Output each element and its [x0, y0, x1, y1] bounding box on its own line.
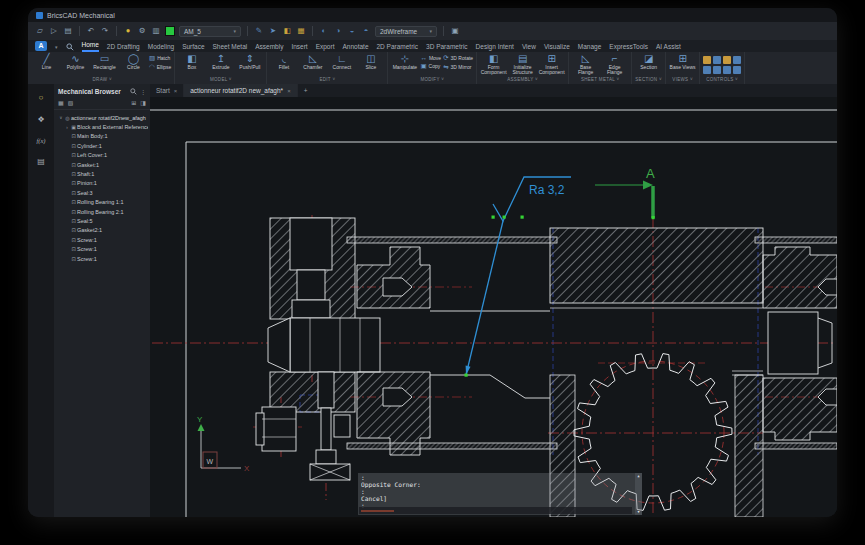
line-button[interactable]: ╱Line [33, 53, 60, 70]
base-views-button[interactable]: ⊞Base Views [669, 53, 696, 70]
tab-surface[interactable]: Surface [182, 43, 204, 52]
tab-home[interactable]: Home [82, 41, 99, 52]
extrude-button[interactable]: ↥Extrude [207, 53, 234, 70]
tree-item-rolling-bearing-1-1[interactable]: ⊡Rolling Bearing 1:1 [56, 198, 148, 207]
color-swatch[interactable] [165, 26, 175, 36]
new-file-icon[interactable]: ▱ [35, 26, 45, 36]
tab-2d-drafting[interactable]: 2D Drafting [107, 43, 140, 52]
control-tile-3[interactable] [723, 56, 731, 64]
expand-all-icon[interactable]: ⊞ [131, 99, 136, 106]
application-button-caret[interactable]: ▾ [55, 44, 58, 50]
tree-item-left-cover-1[interactable]: ⊡Left Cover:1 [56, 151, 148, 160]
layers-icon[interactable]: ▥ [151, 26, 161, 36]
section-marker[interactable]: A [595, 166, 655, 219]
detail-view-icon[interactable]: ◨ [140, 99, 146, 106]
slice-button[interactable]: ◫Slice [357, 53, 384, 70]
tab-assembly[interactable]: Assembly [255, 43, 283, 52]
form-component-button[interactable]: ◧Form Component [480, 53, 507, 76]
scroll-down-icon[interactable]: ▼ [637, 509, 639, 515]
tree-item-shaft-1[interactable]: ⊡Shaft:1 [56, 169, 148, 178]
drawing-canvas[interactable]: Ra 3,2 A [150, 97, 837, 517]
control-tile-6[interactable] [713, 66, 721, 74]
tree-item-screw-1[interactable]: ⊡Screw:1 [56, 254, 148, 263]
command-line-panel[interactable]: :Opposite Corner::Cancel]: ▲ ▼ [358, 473, 642, 515]
tab-view[interactable]: View [522, 43, 536, 52]
tab-3d-parametric[interactable]: 3D Parametric [426, 43, 468, 52]
panel-search-icon[interactable] [130, 88, 137, 95]
render-mode-1-icon[interactable]: ◐ [319, 26, 329, 36]
tab-export[interactable]: Export [316, 43, 335, 52]
structure-panel-icon[interactable]: ▤ [37, 157, 45, 166]
polyline-button[interactable]: ∿Polyline [62, 53, 89, 70]
annotate-pencil-icon[interactable]: ✎ [254, 26, 264, 36]
print-icon[interactable]: ▤ [63, 26, 73, 36]
tab-visualize[interactable]: Visualize [544, 43, 570, 52]
tree-item-screw-1[interactable]: ⊡Screw:1 [56, 244, 148, 253]
open-file-icon[interactable]: ▷ [49, 26, 59, 36]
initialize-structure-button[interactable]: ▤Initialize Structure [509, 53, 536, 76]
visual-style-select[interactable]: 2dWireframe▾ [375, 26, 437, 37]
drawing-viewport[interactable]: Start×actionneur rotatif2D new_afagh*×+ [150, 84, 837, 517]
move-button[interactable]: ↔Move [420, 54, 441, 61]
manipulate-button[interactable]: ⊹Manipulate [391, 53, 418, 70]
tips-bulb-icon[interactable]: ● [123, 26, 133, 36]
tree-item-seal-5[interactable]: ⊡Seal:5 [56, 216, 148, 225]
tab-expresstools[interactable]: ExpressTools [609, 43, 648, 52]
undo-icon[interactable]: ↶ [86, 26, 96, 36]
tree-item-seal-3[interactable]: ⊡Seal:3 [56, 188, 148, 197]
scroll-up-icon[interactable]: ▲ [637, 473, 639, 479]
tree-item-gasket-1[interactable]: ⊡Gasket:1 [56, 160, 148, 169]
control-tile-7[interactable] [723, 66, 731, 74]
doc-tab-start[interactable]: Start× [150, 84, 184, 97]
tab-modeling[interactable]: Modeling [148, 43, 174, 52]
control-tile-4[interactable] [733, 56, 741, 64]
rectangle-button[interactable]: ▭Rectangle [91, 53, 118, 70]
copy-button[interactable]: ▣Copy [420, 62, 441, 70]
close-icon[interactable]: × [174, 88, 178, 94]
sync-icon[interactable]: ▧ [68, 99, 74, 106]
application-button[interactable]: A [35, 41, 47, 51]
cursor-icon[interactable]: ➤ [268, 26, 278, 36]
tree-item-cylinder-1[interactable]: ⊡Cylinder:1 [56, 141, 148, 150]
ellipse-button[interactable]: ◠Ellipse [149, 63, 171, 71]
connect-button[interactable]: ∟Connect [328, 53, 355, 70]
tree-item-main-body-1[interactable]: ⊡Main Body:1 [56, 132, 148, 141]
command-scrollbar[interactable]: ▲ ▼ [635, 473, 642, 515]
tree-item-screw-1[interactable]: ⊡Screw:1 [56, 235, 148, 244]
settings-gear-icon[interactable]: ⚙ [137, 26, 147, 36]
tree-item-actionneur-rotatif2dnew-afagh[interactable]: ∨◎actionneur rotatif2Dnew_afagh [56, 113, 148, 122]
insert-component-button[interactable]: ⊞Insert Component [538, 53, 565, 76]
search-icon[interactable] [66, 43, 74, 51]
tab-2d-parametric[interactable]: 2D Parametric [377, 43, 419, 52]
filter-icon[interactable]: ▦ [58, 99, 64, 106]
tips-bulb-icon[interactable]: ○ [39, 93, 44, 102]
doc-tab-actionneur-rotatif2d-new-afagh[interactable]: actionneur rotatif2D new_afagh*× [184, 84, 297, 97]
push-pull-button[interactable]: ⇕Push/Pull [236, 53, 263, 70]
circle-button[interactable]: ◯Circle [120, 53, 147, 70]
redo-icon[interactable]: ↷ [100, 26, 110, 36]
box-button[interactable]: ◧Box [178, 53, 205, 70]
help-icon[interactable]: ▣ [450, 26, 460, 36]
tree-item-pinion-1[interactable]: ⊡Pinion:1 [56, 179, 148, 188]
tab-sheet-metal[interactable]: Sheet Metal [213, 43, 248, 52]
render-mode-2-icon[interactable]: ◑ [333, 26, 343, 36]
tree-item-block-and-external-references[interactable]: ›▣Block and External References [56, 122, 148, 131]
control-tile-8[interactable] [733, 66, 741, 74]
close-icon[interactable]: × [287, 88, 291, 94]
render-mode-4-icon[interactable]: ◓ [361, 26, 371, 36]
3d-rotate-button[interactable]: ⟳3D Rotate [443, 54, 473, 62]
grid-icon[interactable]: ▦ [296, 26, 306, 36]
3d-mirror-button[interactable]: ⇋3D Mirror [443, 63, 473, 71]
section-button[interactable]: ◪Section [635, 53, 662, 70]
control-tile-1[interactable] [703, 56, 711, 64]
control-tile-5[interactable] [703, 66, 711, 74]
tab-insert[interactable]: Insert [291, 43, 307, 52]
tab-manage[interactable]: Manage [578, 43, 602, 52]
fillet-button[interactable]: ◟Fillet [270, 53, 297, 70]
tree-item-gasket2-1[interactable]: ⊡Gasket2:1 [56, 226, 148, 235]
base-flange-button[interactable]: ◺Base Flange [572, 53, 599, 76]
tab-annotate[interactable]: Annotate [342, 43, 368, 52]
chamfer-button[interactable]: ◺Chamfer [299, 53, 326, 70]
tab-ai-assist[interactable]: AI Assist [656, 43, 681, 52]
render-mode-3-icon[interactable]: ◒ [347, 26, 357, 36]
